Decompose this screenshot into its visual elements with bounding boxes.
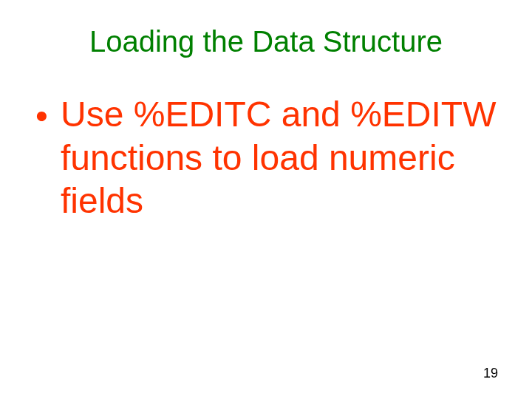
- slide-title: Loading the Data Structure: [0, 25, 532, 58]
- bullet-text: Use %EDITC and %EDITW functions to load …: [61, 93, 502, 223]
- bullet-item: • Use %EDITC and %EDITW functions to loa…: [35, 93, 502, 223]
- bullet-dot-icon: •: [35, 93, 61, 138]
- page-number: 19: [483, 366, 498, 381]
- slide-body: • Use %EDITC and %EDITW functions to loa…: [35, 93, 502, 223]
- slide: Loading the Data Structure • Use %EDITC …: [0, 0, 532, 399]
